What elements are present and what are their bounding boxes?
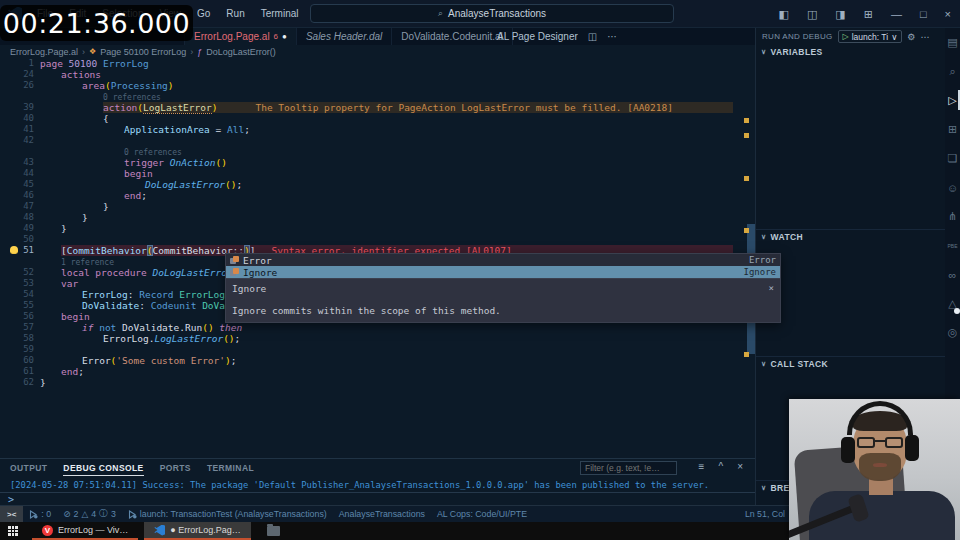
close-panel-icon[interactable]: × <box>737 461 743 472</box>
code-line[interactable]: 39action(LogLastError)The Tooltip proper… <box>0 102 755 113</box>
editor-more-actions-icon[interactable]: ⋯ <box>607 31 617 42</box>
section-variables[interactable]: ∨ VARIABLES <box>756 45 945 59</box>
code-line[interactable]: 43trigger OnAction() <box>0 157 755 168</box>
customize-layout-icon[interactable]: ⊞ <box>855 8 882 21</box>
codelens-references[interactable]: 1 reference <box>61 258 114 267</box>
toggle-sidebar-icon[interactable]: ◧ <box>769 8 797 21</box>
tab-errorlog-page-al[interactable]: ErrorLog.Page.al6● <box>185 28 297 45</box>
debug-console-input[interactable]: > <box>0 493 755 505</box>
code-line[interactable]: 26area(Processing) <box>0 80 755 91</box>
graph-icon[interactable]: ⋔ <box>945 202 960 231</box>
search-icon[interactable]: ⌕ <box>945 57 960 86</box>
problems-indicator[interactable]: ⊘ 2 △ 4 ⓘ 3 <box>57 508 122 520</box>
breadcrumb-object[interactable]: Page 50100 ErrorLog <box>100 47 186 57</box>
warning-count-icon: △ <box>81 509 88 519</box>
split-editor-icon[interactable]: ◫ <box>588 31 597 42</box>
code-line[interactable]: 24actions <box>0 69 755 80</box>
section-call-stack[interactable]: ∨ CALL STACK <box>756 356 945 370</box>
minimize-button[interactable]: — <box>882 8 911 20</box>
suggestion-item-error[interactable]: ErrorError <box>226 254 780 266</box>
code-line[interactable]: 62} <box>0 377 755 388</box>
filter-icon[interactable]: ≡ <box>699 461 705 472</box>
award-icon[interactable]: ◎ <box>945 318 960 347</box>
line-number: 52 <box>0 267 34 278</box>
code-line[interactable]: 61end; <box>0 366 755 377</box>
code-line[interactable]: 45DoLogLastError(); <box>0 179 755 190</box>
breadcrumb-file[interactable]: ErrorLog.Page.al <box>10 47 78 57</box>
code-line[interactable]: 57if not DoValidate.Run() then <box>0 322 755 333</box>
extensions-icon[interactable]: ⊞ <box>945 115 960 144</box>
code-line[interactable]: 49} <box>0 223 755 234</box>
symbol-method-icon: ƒ <box>197 47 202 57</box>
toggle-panel-icon[interactable]: ◫ <box>798 8 826 21</box>
code-line[interactable]: 46end; <box>0 190 755 201</box>
breadcrumb-method[interactable]: DoLogLastError() <box>206 47 276 57</box>
book-icon[interactable]: ▤ <box>945 28 960 57</box>
code-line[interactable]: 44begin <box>0 168 755 179</box>
menu-item-terminal[interactable]: Terminal <box>254 5 306 22</box>
taskbar-item-explorer[interactable] <box>257 522 290 540</box>
launch-config-select[interactable]: ▷ launch: Ti ∨ <box>838 30 903 43</box>
code-line[interactable]: 59 <box>0 344 755 355</box>
sidebar-more-icon[interactable]: ⋯ <box>920 32 929 42</box>
panel-tab-ports[interactable]: PORTS <box>160 461 191 475</box>
toggle-secondary-sidebar-icon[interactable]: ◨ <box>826 8 854 21</box>
chevron-down-icon: ∨ <box>761 48 767 56</box>
suggestion-list: ErrorErrorIgnoreIgnore <box>225 253 781 279</box>
start-debug-icon[interactable]: ▷ <box>843 32 849 41</box>
start-button[interactable] <box>0 522 26 540</box>
webcam-overlay <box>789 399 960 540</box>
maximize-panel-icon[interactable]: ^ <box>718 461 723 472</box>
code-line[interactable]: 40{ <box>0 113 755 124</box>
gear-icon[interactable]: ⚙ <box>907 32 915 42</box>
code-line[interactable]: 41ApplicationArea = All; <box>0 124 755 135</box>
code-line[interactable]: 47} <box>0 201 755 212</box>
enum-member-icon <box>230 268 239 277</box>
maximize-button[interactable]: □ <box>911 8 936 20</box>
command-search-input[interactable]: ⌕ AnalayseTransactions <box>310 4 674 23</box>
tab-sales-header-dal[interactable]: Sales Header.dal <box>297 28 392 45</box>
panel-tab-terminal[interactable]: TERMINAL <box>207 461 254 475</box>
line-number: 26 <box>0 80 34 91</box>
lightbulb-icon[interactable] <box>10 246 18 254</box>
code-line[interactable]: 60Error('Some custom Error'); <box>0 355 755 366</box>
codelens-references[interactable]: 0 references <box>124 148 182 157</box>
launch-config-status[interactable]: launch: TransactionTest (AnalayseTransac… <box>122 509 333 519</box>
code-line[interactable]: 1page 50100 ErrorLog <box>0 58 755 69</box>
gutter-modified-marker <box>744 118 749 123</box>
feedback-smiley-icon[interactable]: ☺ <box>945 173 960 202</box>
gutter-modified-marker <box>744 133 749 138</box>
chat-icon[interactable]: ❏ <box>945 144 960 173</box>
close-icon[interactable]: × <box>769 283 774 293</box>
line-number: 24 <box>0 69 34 80</box>
pbe-icon[interactable]: PBE <box>945 231 960 260</box>
code-line[interactable]: 50 <box>0 234 755 245</box>
menu-item-go[interactable]: Go <box>190 5 217 22</box>
codelens-row[interactable]: 0 references <box>0 146 755 157</box>
code-line[interactable]: 42 <box>0 135 755 146</box>
al-cops-status[interactable]: AL Cops: Code/UI/PTE <box>431 509 533 519</box>
menu-item-run[interactable]: Run <box>219 5 251 22</box>
section-watch[interactable]: ∨ WATCH <box>756 229 945 243</box>
project-name-status[interactable]: AnalayseTransactions <box>333 509 431 519</box>
al-cops-icon[interactable]: △ <box>945 289 960 318</box>
panel-tab-debug-console[interactable]: DEBUG CONSOLE <box>63 461 143 476</box>
codelens-references[interactable]: 0 references <box>103 93 161 102</box>
panel-tab-output[interactable]: OUTPUT <box>10 461 47 475</box>
console-filter-input[interactable] <box>580 461 677 475</box>
sidebar-title: RUN AND DEBUG <box>762 32 833 41</box>
codelens-row[interactable]: 0 references <box>0 91 755 102</box>
suggestion-item-ignore[interactable]: IgnoreIgnore <box>226 266 780 278</box>
al-page-designer-button[interactable]: AL Page Designer <box>497 31 578 42</box>
start-icon <box>8 526 18 536</box>
taskbar-item-vscode[interactable]: ● ErrorLog.Pag… <box>144 522 250 540</box>
infinity-icon[interactable]: ∞ <box>945 260 960 289</box>
code-line[interactable]: 58ErrorLog.LogLastError(); <box>0 333 755 344</box>
remote-indicator[interactable]: >< <box>0 506 23 523</box>
code-line[interactable]: 48} <box>0 212 755 223</box>
debug-session-count[interactable]: : 0 <box>23 509 57 519</box>
taskbar-item-vivaldi[interactable]: V ErrorLog — Viv… <box>32 522 138 540</box>
run-and-debug-icon[interactable]: ▷ <box>945 86 960 115</box>
tab-dovalidate-codeunit-al[interactable]: DoValidate.Codeunit.al <box>392 28 513 45</box>
close-button[interactable]: × <box>936 8 960 20</box>
